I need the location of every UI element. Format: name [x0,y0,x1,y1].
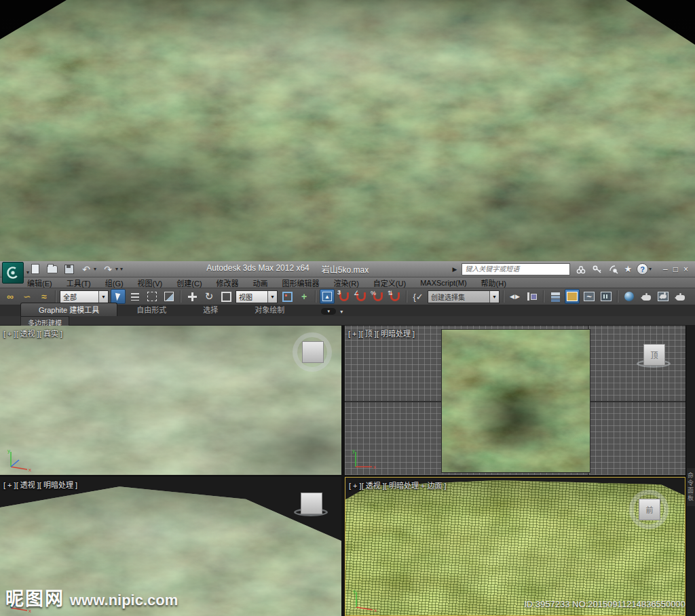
select-and-manipulate-icon[interactable]: + [297,289,312,304]
close-button[interactable]: × [683,265,688,273]
application-menu-button[interactable]: ▾ [2,262,24,284]
select-and-link-icon[interactable]: ∞ [3,289,18,304]
command-panel-tab[interactable]: 命令面板 [687,468,695,506]
snaps-toggle-icon[interactable]: 3 [337,289,352,304]
dropdown-caret-icon: ▼ [267,291,277,303]
license-key-icon[interactable] [591,263,603,275]
spinner-snap-toggle-icon[interactable]: ⇅ [388,289,402,304]
rendered-terrain-image [0,0,695,261]
tab-freeform[interactable]: 自由形式 [119,303,184,316]
magnet-icon [339,292,349,301]
undo-icon[interactable]: ↶ [81,264,92,275]
select-object-icon[interactable] [111,289,126,304]
reference-coordinate-system-dropdown[interactable]: 视图 ▼ [236,290,278,303]
viewcube-cube[interactable]: 顶 [643,344,665,366]
restore-button[interactable]: □ [673,265,678,273]
communication-center-icon[interactable] [607,263,619,275]
viewcube[interactable]: 顶 [634,335,673,374]
percent-snap-toggle-icon[interactable]: % [371,289,386,304]
viewcube[interactable] [291,484,331,523]
viewport-label[interactable]: [ + ][ 透视 ][ 明暗处理 + 边面 ] [349,480,447,490]
app-title-text: Autodesk 3ds Max 2012 x64 [206,263,309,275]
favorites-star-icon[interactable]: ★ [624,264,632,274]
search-run-icon[interactable]: ▶ [452,266,457,273]
edit-named-selection-sets-icon[interactable]: {✓ [411,289,426,304]
viewcube[interactable]: 前 [629,490,669,529]
schematic-view-icon[interactable] [599,289,614,304]
menu-graph-editors[interactable]: 图形编辑器 [282,277,320,288]
ribbon-options-caret-icon[interactable]: ▾ [340,309,343,315]
search-binoculars-icon[interactable] [575,263,586,275]
terrain-plane-top-view[interactable] [441,329,590,473]
menu-views[interactable]: 视图(V) [138,277,163,288]
undo-history-caret-icon[interactable]: ▾ [94,266,96,272]
curve-editor-icon[interactable]: ~ [582,289,597,304]
manage-layers-icon[interactable] [548,289,563,304]
menu-customize[interactable]: 自定义(U) [373,277,406,288]
viewport-label[interactable]: [ + ][ 透视 ][ 明暗处理 ] [3,479,77,490]
viewcube-cube[interactable]: 前 [639,499,660,520]
bind-to-space-warp-icon[interactable]: ≈ [37,289,52,304]
keyboard-shortcut-override-icon[interactable]: ▲ [320,289,335,304]
tab-graphite-modeling-tools[interactable]: Graphite 建模工具 [20,303,117,316]
menu-tools[interactable]: 工具(T) [67,277,91,288]
viewcube[interactable] [293,332,332,372]
select-and-move-icon[interactable] [185,289,200,304]
open-file-icon[interactable] [47,264,58,275]
selection-filter-dropdown[interactable]: 全部 ▼ [60,290,109,303]
new-file-icon[interactable] [30,264,41,275]
rectangular-selection-region-icon[interactable] [145,289,159,304]
menu-help[interactable]: 帮助(H) [481,277,506,288]
material-editor-icon[interactable] [622,289,637,304]
named-selection-sets-dropdown[interactable]: 创建选择集 ▼ [428,290,500,303]
toolbar-separator [617,290,618,303]
svg-text:y: y [352,448,355,454]
menu-maxscript[interactable]: MAXScript(M) [420,279,466,287]
render-production-icon[interactable] [673,289,688,304]
image-id-text: ID:3957233 NO:20150911214836550000 [524,599,685,609]
render-setup-icon[interactable] [639,289,654,304]
redo-history-caret-icon[interactable]: ▾ [115,266,118,272]
menu-edit[interactable]: 编辑(E) [27,277,52,288]
angle-snap-toggle-icon[interactable]: ∠ [354,289,369,304]
align-icon[interactable] [525,289,540,304]
infocenter: ▶ ★ ? ▾ – □ × [452,263,691,275]
viewcube-cube[interactable] [301,493,322,514]
viewport-perspective-realistic[interactable]: [ + ][ 透视 ][ 真实 ] y x [0,326,341,475]
viewport-perspective-edged-faces-active[interactable]: [ + ][ 透视 ][ 明暗处理 + 边面 ] 前 y x [345,477,685,616]
viewport-label[interactable]: [ + ][ 透视 ][ 真实 ] [3,328,62,339]
tab-object-paint[interactable]: 对象绘制 [237,303,302,316]
unlink-selection-icon[interactable]: ∽ [20,289,35,304]
viewport-top-shaded[interactable]: [ + ][ 顶 ][ 明暗处理 ] 顶 y x [345,326,685,475]
menu-create[interactable]: 创建(C) [176,277,202,288]
menu-rendering[interactable]: 渲染(R) [334,277,359,288]
help-button[interactable]: ? [637,263,648,275]
mirror-icon[interactable] [508,289,523,304]
svg-text:x: x [374,607,377,613]
graphite-modeling-tools-toggle-icon[interactable] [565,289,580,304]
3ds-max-window: ▾ ↶ ▾ ↷ ▾ ▾ Autodesk 3ds Max 2012 x64 岩山… [0,0,695,616]
toolbar-separator [543,290,544,303]
angle-glyph: ∠ [354,290,359,296]
window-crossing-toggle-icon[interactable] [162,289,176,304]
menu-modifiers[interactable]: 修改器 [217,277,239,288]
menu-group[interactable]: 组(G) [105,277,124,288]
use-pivot-point-center-icon[interactable] [280,289,295,304]
watermark-logo-text: 昵图网 [5,584,64,611]
redo-icon[interactable]: ↷ [102,264,113,275]
ribbon-collapse-button[interactable]: ▾ [321,308,336,315]
save-file-icon[interactable] [64,264,75,275]
tab-selection[interactable]: 选择 [185,303,236,316]
search-input[interactable] [462,263,570,275]
minimize-button[interactable]: – [663,265,668,273]
toolbar-separator [180,290,181,303]
viewport-label[interactable]: [ + ][ 顶 ][ 明暗处理 ] [348,328,415,339]
help-caret-icon[interactable]: ▾ [649,266,652,272]
toolbar-separator [503,290,504,303]
rendered-frame-window-icon[interactable] [656,289,671,304]
select-by-name-icon[interactable] [128,289,143,304]
select-and-scale-icon[interactable] [219,289,233,304]
viewcube-cube[interactable] [302,341,324,363]
menu-animation[interactable]: 动画 [253,277,268,288]
select-and-rotate-icon[interactable]: ↻ [202,289,217,304]
